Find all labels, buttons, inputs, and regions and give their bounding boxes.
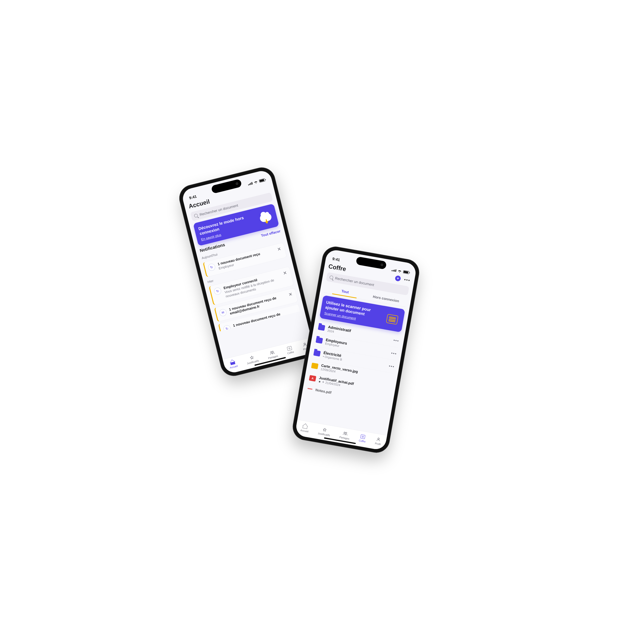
tab-accueil[interactable]: Accueil [300,423,309,433]
page-title: Coffre [328,263,347,273]
row-more-icon[interactable]: ••• [391,351,397,356]
wifi-icon [254,180,258,184]
link-icon: ↻ [223,324,231,331]
battery-icon [259,178,265,183]
signal-icon [391,268,396,272]
battery-icon [403,270,410,274]
tab-partages[interactable]: Partages [267,349,278,360]
pdf-file-icon: A [309,375,316,382]
link-icon: ↻ [213,287,222,295]
svg-point-5 [378,438,380,440]
scan-icon [386,314,398,325]
image-file-icon [311,363,318,369]
home-icon [230,360,235,365]
star-icon [249,355,255,361]
signal-icon [248,181,253,185]
svg-point-4 [345,432,347,434]
row-more-icon[interactable]: ••• [388,364,395,369]
close-icon[interactable]: ✕ [288,292,293,297]
tab-profil[interactable]: Profil [375,436,382,446]
tab-partages[interactable]: Partages [339,430,350,440]
folder-icon [313,350,321,356]
svg-point-1 [272,351,273,352]
tab-justificatifs[interactable]: Justificatifs [318,426,331,437]
pdf-file-icon [307,388,312,390]
svg-point-0 [270,351,272,353]
clear-all-button[interactable]: Tout effacer [261,229,281,238]
phone-coffre: 9:41 Coffre + ••• [291,245,421,455]
status-time: 9:41 [332,256,340,262]
tab-coffre[interactable]: Coffre [286,345,294,355]
safe-icon [360,434,366,439]
group-icon [342,431,348,436]
home-icon [303,424,308,429]
tab-justificatifs[interactable]: Justificatifs [245,354,259,365]
mail-icon: ✉ [219,308,227,317]
group-icon [269,350,275,356]
status-time: 9:41 [189,194,197,200]
search-icon [329,275,333,279]
link-icon: ↻ [207,263,216,271]
search-placeholder: Rechercher un document [335,276,375,287]
star-icon [322,427,328,433]
svg-point-2 [304,343,306,345]
folder-icon [318,324,325,331]
tab-coffre[interactable]: Coffre [358,434,367,443]
svg-point-3 [344,432,345,433]
phone-accueil: 9:41 Accueil Rechercher un document [176,165,319,379]
close-icon[interactable]: ✕ [282,270,288,276]
close-icon[interactable]: ✕ [276,246,282,252]
cloud-download-icon [257,209,274,227]
add-button[interactable]: + [395,275,401,281]
star-icon: ★ [318,380,321,384]
safe-icon [287,346,292,351]
more-icon[interactable]: ••• [404,277,411,283]
row-more-icon[interactable]: ••• [393,338,400,343]
wifi-icon [397,269,402,273]
search-icon [194,214,198,218]
folder-icon [316,337,323,344]
tab-accueil[interactable]: Accueil [228,359,238,369]
profile-icon [376,436,381,442]
